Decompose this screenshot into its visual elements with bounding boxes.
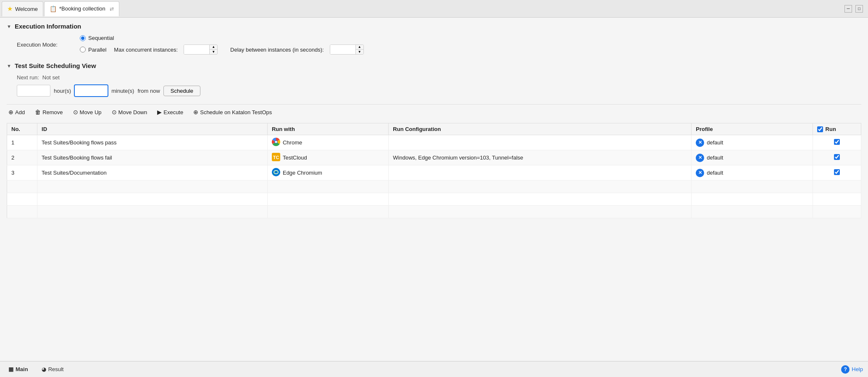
tab-welcome[interactable]: ★ Welcome [2,1,43,16]
run-all-checkbox[interactable] [817,126,823,132]
next-run-row: Next run: Not set [7,74,861,81]
sequential-label: Sequential [88,35,114,41]
next-run-label: Next run: [17,74,39,81]
move-down-button[interactable]: ⊙ Move Down [110,108,149,116]
remove-button[interactable]: 🗑 Remove [33,108,64,116]
cell-profile: ✕default [692,150,813,165]
result-tab-label: Result [48,366,64,372]
testcloud-icon: TC [272,153,280,162]
table-row[interactable]: 3Test Suites/Documentation Edge Chromium… [7,165,861,181]
col-run: Run [813,123,861,135]
profile-icon: ✕ [696,139,704,147]
result-tab-icon: ◕ [42,366,46,372]
max-concurrent-spinbuttons: ▲ ▼ [209,45,217,55]
bottom-tab-main[interactable]: ▦ Main [5,364,32,374]
max-concurrent-input[interactable]: 8 [184,45,209,54]
main-tab-icon: ▦ [8,366,13,372]
profile-name: default [707,170,723,176]
schedule-button[interactable]: Schedule [163,86,200,96]
star-icon: ★ [7,5,13,13]
cell-run[interactable] [813,165,861,181]
max-concurrent-up[interactable]: ▲ [210,45,217,50]
move-up-button[interactable]: ⊙ Move Up [71,108,103,116]
max-concurrent-spinner: 8 ▲ ▼ [184,45,218,55]
cell-id: Test Suites/Booking flows fail [37,150,268,165]
minutes-unit: minute(s) [111,88,134,94]
from-now-label: from now [137,88,160,94]
cell-run[interactable] [813,135,861,150]
bottom-tab-result[interactable]: ◕ Result [38,364,67,374]
edge-icon [272,168,280,178]
table-row[interactable]: 1Test Suites/Booking flows pass Chrome✕d… [7,135,861,150]
execute-icon: ▶ [157,109,162,115]
schedule-testops-icon: ⊕ [193,109,198,115]
main-content: ▼ Execution Information Execution Mode: … [0,18,868,361]
scheduling-chevron[interactable]: ▼ [7,63,11,68]
empty-row [7,181,861,193]
collection-icon: 📋 [50,5,57,12]
run-with-name: Edge Chromium [283,170,322,176]
tab-booking[interactable]: 📋 *Booking collection ⇄ [44,1,119,16]
col-no: No. [7,123,37,135]
empty-row [7,193,861,206]
cell-run[interactable] [813,150,861,165]
scheduling-header: ▼ Test Suite Scheduling View [7,62,861,69]
hours-unit: hour(s) [54,88,71,94]
add-button[interactable]: ⊕ Add [7,108,26,116]
move-down-icon: ⊙ [112,109,117,115]
run-checkbox[interactable] [834,154,840,160]
add-label: Add [15,109,25,115]
schedule-time-row: 1 hour(s) 49 minute(s) from now Schedule [7,85,861,97]
help-label: Help [852,366,863,372]
delay-spinner: 0 ▲ ▼ [330,45,364,55]
scheduling-section: ▼ Test Suite Scheduling View Next run: N… [7,62,861,97]
profile-name: default [707,139,723,146]
cell-run-config [389,165,692,181]
cell-id: Test Suites/Booking flows pass [37,135,268,150]
cell-profile: ✕default [692,135,813,150]
delay-label: Delay between instances (in seconds): [230,47,324,53]
hours-input[interactable]: 1 [17,85,50,97]
tab-welcome-label: Welcome [15,6,38,12]
delay-down[interactable]: ▼ [356,50,363,55]
tab-bar: ★ Welcome 📋 *Booking collection ⇄ ─ □ [0,0,868,18]
move-up-label: Move Up [80,109,102,115]
run-checkbox[interactable] [834,169,840,175]
test-suite-table: No. ID Run with Run Configuration Profil… [7,123,861,218]
schedule-on-testops-button[interactable]: ⊕ Schedule on Katalon TestOps [192,108,274,116]
execution-info-header: ▼ Execution Information [7,23,861,30]
sequential-radio[interactable] [80,35,86,41]
run-with-name: TestCloud [283,154,307,161]
execution-info-chevron[interactable]: ▼ [7,24,11,29]
minimize-button[interactable]: ─ [844,5,852,13]
scheduling-title: Test Suite Scheduling View [15,62,96,69]
cell-run-with: Chrome [267,135,388,150]
table-row[interactable]: 2Test Suites/Booking flows fail TC TestC… [7,150,861,165]
move-down-label: Move Down [118,109,147,115]
col-run-config: Run Configuration [389,123,692,135]
main-tab-label: Main [16,366,28,372]
tab-booking-label: *Booking collection [59,5,105,12]
parallel-option: Parallel Max concurrent instances: 8 ▲ ▼… [80,45,364,55]
cell-run-with: TC TestCloud [267,150,388,165]
cell-no: 1 [7,135,37,150]
window-controls: ─ □ [844,5,868,13]
execution-info-title: Execution Information [15,23,81,30]
next-run-value: Not set [42,74,60,81]
run-with-name: Chrome [283,139,302,146]
toolbar: ⊕ Add 🗑 Remove ⊙ Move Up ⊙ Move Down ▶ E… [7,104,861,120]
execution-mode-label: Execution Mode: [17,42,76,48]
profile-icon: ✕ [696,169,704,177]
delay-up[interactable]: ▲ [356,45,363,50]
delay-input[interactable]: 0 [330,45,355,54]
parallel-radio[interactable] [80,47,86,52]
tab-close-icon[interactable]: ⇄ [110,6,114,12]
cell-profile: ✕default [692,165,813,181]
run-checkbox[interactable] [834,139,840,145]
cell-run-config: Windows, Edge Chromium version=103, Tunn… [389,150,692,165]
minutes-input[interactable]: 49 [74,85,108,97]
maximize-button[interactable]: □ [855,5,863,13]
help-button[interactable]: ? Help [841,365,863,374]
max-concurrent-down[interactable]: ▼ [210,50,217,55]
execute-button[interactable]: ▶ Execute [155,108,185,116]
